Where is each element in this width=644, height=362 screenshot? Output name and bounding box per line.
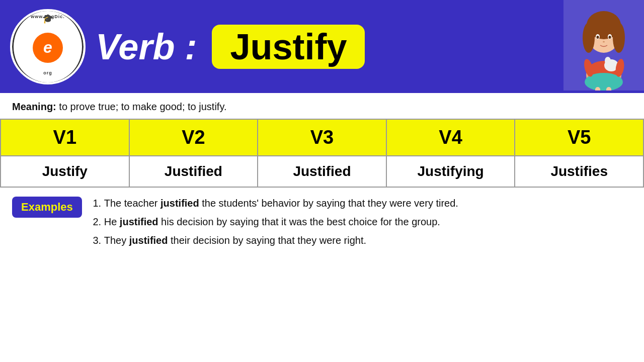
- header-title-area: Verb : Justify: [86, 25, 634, 69]
- examples-label: Examples: [21, 201, 73, 213]
- cell-v1: Justify: [1, 156, 129, 187]
- girl-svg: [564, 0, 644, 90]
- example-2-prefix: He: [104, 216, 120, 227]
- svg-point-14: [603, 41, 605, 43]
- logo-letter: e: [43, 38, 52, 57]
- example-3-bold: justified: [129, 235, 168, 246]
- meaning-section: Meaning: to prove true; to make good; to…: [0, 93, 644, 119]
- logo-e-circle: e: [33, 33, 63, 63]
- svg-point-8: [583, 23, 595, 53]
- example-item-1: The teacher justified the students' beha…: [104, 196, 458, 211]
- col-v1: V1: [1, 119, 129, 156]
- col-v5: V5: [515, 119, 643, 156]
- example-1-bold: justified: [160, 198, 199, 209]
- verb-label: Verb: [96, 26, 175, 67]
- meaning-text: to prove true; to make good; to justify.: [59, 101, 226, 112]
- example-1-prefix: The teacher: [104, 198, 160, 209]
- cell-v4: Justifying: [386, 156, 515, 187]
- cell-v5: Justifies: [515, 156, 643, 187]
- main-word: Justify: [230, 29, 347, 65]
- logo-arc-bottom: org: [43, 70, 52, 75]
- svg-point-12: [597, 36, 599, 39]
- col-v4: V4: [386, 119, 515, 156]
- example-2-bold: justified: [120, 216, 158, 227]
- example-item-3: They justified their decision by saying …: [104, 233, 458, 248]
- logo: www.EngDic. org e 🎓: [10, 9, 86, 84]
- logo-outer: www.EngDic. org e 🎓: [12, 10, 84, 84]
- word-badge: Justify: [212, 25, 365, 69]
- header: www.EngDic. org e 🎓 Verb : Justify: [0, 0, 644, 93]
- graduation-hat-icon: 🎓: [42, 13, 53, 24]
- verb-forms-table: V1 V2 V3 V4 V5 Justify Justified Justifi…: [0, 119, 644, 188]
- example-item-2: He justified his decision by saying that…: [104, 214, 458, 230]
- table-header-row: V1 V2 V3 V4 V5: [1, 119, 643, 156]
- meaning-label: Meaning:: [12, 101, 59, 112]
- examples-list: The teacher justified the students' beha…: [92, 196, 458, 251]
- cell-v2: Justified: [129, 156, 258, 187]
- example-2-suffix: his decision by saying that it was the b…: [158, 216, 440, 227]
- cell-v3: Justified: [258, 156, 386, 187]
- example-1-suffix: the students' behavior by saying that th…: [199, 198, 458, 209]
- col-v3: V3: [258, 119, 386, 156]
- girl-illustration: [564, 0, 644, 90]
- svg-point-9: [613, 23, 625, 53]
- svg-point-13: [609, 36, 611, 39]
- col-v2: V2: [129, 119, 258, 156]
- table-data-row: Justify Justified Justified Justifying J…: [1, 156, 643, 187]
- example-3-suffix: their decision by saying that they were …: [168, 235, 366, 246]
- svg-point-16: [605, 57, 611, 65]
- colon: :: [185, 26, 197, 67]
- example-3-prefix: They: [104, 235, 129, 246]
- examples-badge: Examples: [12, 197, 82, 218]
- examples-section: Examples The teacher justified the stude…: [0, 188, 644, 256]
